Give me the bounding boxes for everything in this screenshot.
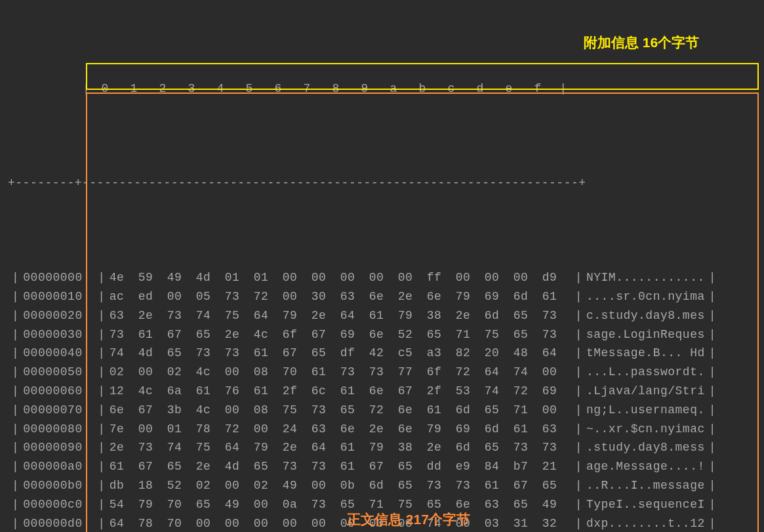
- pipe: |: [94, 363, 109, 382]
- hex-byte: 32: [542, 514, 571, 532]
- hex-byte: 00: [283, 268, 312, 287]
- hex-byte: 01: [167, 420, 196, 439]
- offset: 00000030: [23, 325, 94, 344]
- offset: 00000020: [23, 306, 94, 325]
- hex-byte: 67: [312, 325, 340, 344]
- hex-byte: 79: [456, 287, 485, 306]
- hex-byte: 70: [167, 514, 196, 532]
- hex-byte: 64: [254, 306, 283, 325]
- pipe: |: [8, 268, 23, 287]
- header-col: c: [440, 79, 469, 98]
- hex-byte: ed: [138, 287, 167, 306]
- hex-byte: 2e: [312, 306, 340, 325]
- hex-byte: 00: [369, 268, 398, 287]
- hex-byte: 71: [513, 401, 542, 420]
- hex-byte: 7e: [110, 420, 138, 439]
- ascii: age.Message....!: [586, 457, 705, 476]
- hex-byte: 6e: [427, 287, 456, 306]
- header-col: 4: [209, 79, 238, 98]
- ascii: .Ljava/lang/Stri: [586, 382, 705, 401]
- hex-byte: 65: [167, 457, 196, 476]
- hexdump-row: |000000a0|6167652e4d657373616765dde984b7…: [8, 457, 756, 476]
- hex-byte: 67: [369, 457, 398, 476]
- hex-byte: 49: [283, 476, 312, 495]
- hex-byte: 72: [254, 287, 283, 306]
- hex-byte: a3: [427, 344, 456, 363]
- hex-byte: 65: [513, 325, 542, 344]
- pipe: |: [705, 363, 720, 382]
- hex-byte: 78: [138, 514, 167, 532]
- header-col: a: [382, 79, 411, 98]
- pipe: |: [8, 457, 23, 476]
- hex-byte: 73: [312, 401, 340, 420]
- hex-byte: ac: [110, 287, 138, 306]
- hex-byte: 4e: [110, 268, 138, 287]
- pipe: |: [705, 344, 720, 363]
- hex-byte: 6d: [485, 306, 513, 325]
- hex-byte: 61: [138, 325, 167, 344]
- hex-byte: 67: [138, 457, 167, 476]
- hex-byte: 4d: [225, 457, 254, 476]
- hex-byte: 49: [167, 268, 196, 287]
- hex-byte: 4d: [196, 268, 225, 287]
- hex-byte: 71: [456, 325, 485, 344]
- hex-byte: 79: [398, 306, 427, 325]
- hexdump-row: |00000040|744d657373616765df42c5a3822048…: [8, 344, 756, 363]
- hex-byte: 73: [225, 287, 254, 306]
- header-col: b: [411, 79, 440, 98]
- hex-byte: 18: [138, 476, 167, 495]
- ascii: ....sr.0cn.nyima: [586, 287, 705, 306]
- hex-byte: 02: [167, 363, 196, 382]
- hex-byte: 02: [110, 363, 138, 382]
- hexdump-header: | 0 1 2 3 4 5 6 7 8 9 a b c d e f |: [8, 79, 756, 98]
- hex-byte: 79: [427, 420, 456, 439]
- ascii: c.study.day8.mes: [586, 306, 705, 325]
- hex-byte: 61: [110, 457, 138, 476]
- hex-byte: 4d: [138, 344, 167, 363]
- pipe: |: [571, 325, 586, 344]
- hex-byte: 61: [312, 363, 340, 382]
- pipe: |: [94, 495, 109, 514]
- pipe: |: [705, 457, 720, 476]
- header-col: 1: [123, 79, 151, 98]
- hex-byte: 6d: [456, 401, 485, 420]
- hex-byte: 73: [312, 457, 340, 476]
- hex-byte: 64: [225, 438, 254, 457]
- hex-byte: ff: [427, 268, 456, 287]
- offset: 00000010: [23, 287, 94, 306]
- hex-byte: 21: [542, 457, 571, 476]
- hex-byte: 00: [312, 514, 340, 532]
- hex-byte: 84: [485, 457, 513, 476]
- hex-byte: 63: [110, 306, 138, 325]
- hex-byte: 65: [398, 457, 427, 476]
- hex-byte: b7: [513, 457, 542, 476]
- hex-byte: 63: [340, 287, 369, 306]
- hex-byte: 61: [340, 438, 369, 457]
- hex-byte: 6e: [110, 401, 138, 420]
- hex-byte: 61: [542, 287, 571, 306]
- pipe: |: [8, 344, 23, 363]
- hex-byte: 6e: [369, 325, 398, 344]
- hex-byte: dd: [427, 457, 456, 476]
- hex-byte: 73: [542, 325, 571, 344]
- hex-byte: 61: [254, 382, 283, 401]
- pipe: |: [705, 476, 720, 495]
- hex-byte: 2e: [283, 438, 312, 457]
- header-col: 2: [151, 79, 180, 98]
- pipe: |: [8, 401, 23, 420]
- hex-byte: 00: [398, 268, 427, 287]
- offset: 00000070: [23, 401, 94, 420]
- hex-byte: 00: [283, 514, 312, 532]
- hex-byte: 79: [283, 306, 312, 325]
- hex-byte: 64: [340, 306, 369, 325]
- hex-byte: 72: [456, 363, 485, 382]
- hex-byte: 6f: [427, 363, 456, 382]
- header-col: 7: [296, 79, 325, 98]
- hex-byte: 75: [225, 306, 254, 325]
- pipe: |: [8, 306, 23, 325]
- hex-byte: 65: [398, 476, 427, 495]
- hex-byte: 67: [167, 325, 196, 344]
- hex-byte: 42: [369, 344, 398, 363]
- hex-byte: 2e: [138, 306, 167, 325]
- hex-byte: 73: [340, 363, 369, 382]
